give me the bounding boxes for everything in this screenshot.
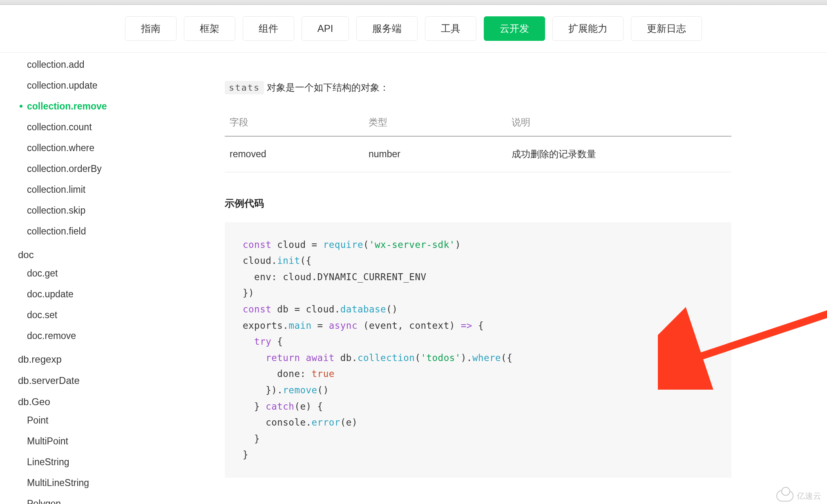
tab-extensions[interactable]: 扩展能力 xyxy=(552,16,624,41)
sidebar-item-doc-set[interactable]: doc.set xyxy=(18,305,147,326)
sidebar-item-collection-where[interactable]: collection.where xyxy=(18,138,147,158)
window-top-strip xyxy=(0,0,827,5)
cell-field: removed xyxy=(225,136,364,172)
sidebar-item-collection-update[interactable]: collection.update xyxy=(18,75,147,96)
top-tab-bar: 指南 框架 组件 API 服务端 工具 云开发 扩展能力 更新日志 xyxy=(0,5,827,53)
sidebar-item-geo-multipoint[interactable]: MultiPoint xyxy=(18,431,147,452)
sidebar-nav: collection.add collection.update collect… xyxy=(0,53,147,504)
stats-code-chip: stats xyxy=(225,81,264,94)
sidebar-item-geo-polygon[interactable]: Polygon xyxy=(18,493,147,504)
sidebar-item-db-serverdate[interactable]: db.serverDate xyxy=(18,368,147,389)
example-code-block: const cloud = require('wx-server-sdk') c… xyxy=(225,222,731,478)
sidebar-group-doc[interactable]: doc xyxy=(18,242,147,263)
sidebar-item-geo-point[interactable]: Point xyxy=(18,410,147,431)
cell-type: number xyxy=(364,136,507,172)
sidebar-item-db-regexp[interactable]: db.regexp xyxy=(18,346,147,368)
params-table: 字段 类型 说明 removed number 成功删除的记录数量 xyxy=(225,109,731,172)
tab-api[interactable]: API xyxy=(302,16,349,41)
sidebar-item-collection-remove[interactable]: collection.remove xyxy=(18,96,147,117)
col-type: 类型 xyxy=(364,109,507,136)
sidebar-item-collection-limit[interactable]: collection.limit xyxy=(18,179,147,200)
col-field: 字段 xyxy=(225,109,364,136)
sidebar-item-collection-add[interactable]: collection.add xyxy=(18,54,147,75)
tab-component[interactable]: 组件 xyxy=(243,16,294,41)
tab-tools[interactable]: 工具 xyxy=(425,16,476,41)
sidebar-item-collection-skip[interactable]: collection.skip xyxy=(18,200,147,221)
tab-guide[interactable]: 指南 xyxy=(125,16,177,41)
sidebar-item-collection-count[interactable]: collection.count xyxy=(18,117,147,138)
stats-description: stats 对象是一个如下结构的对象： xyxy=(225,81,802,94)
col-desc: 说明 xyxy=(507,109,731,136)
sidebar-item-geo-linestring[interactable]: LineString xyxy=(18,452,147,473)
sidebar-item-collection-field[interactable]: collection.field xyxy=(18,221,147,242)
sidebar-item-doc-update[interactable]: doc.update xyxy=(18,284,147,305)
tab-changelog[interactable]: 更新日志 xyxy=(631,16,702,41)
stats-desc-text: 对象是一个如下结构的对象： xyxy=(264,82,389,93)
tab-server[interactable]: 服务端 xyxy=(356,16,418,41)
example-code-heading: 示例代码 xyxy=(225,197,802,210)
sidebar-item-geo-multilinestring[interactable]: MultiLineString xyxy=(18,473,147,493)
table-row: removed number 成功删除的记录数量 xyxy=(225,136,731,172)
sidebar-group-db-geo[interactable]: db.Geo xyxy=(18,389,147,410)
tab-framework[interactable]: 框架 xyxy=(184,16,235,41)
sidebar-item-doc-get[interactable]: doc.get xyxy=(18,263,147,284)
tab-cloud-dev[interactable]: 云开发 xyxy=(484,16,545,41)
cell-desc: 成功删除的记录数量 xyxy=(507,136,731,172)
sidebar-item-doc-remove[interactable]: doc.remove xyxy=(18,326,147,346)
sidebar-item-collection-orderby[interactable]: collection.orderBy xyxy=(18,158,147,179)
doc-content: stats 对象是一个如下结构的对象： 字段 类型 说明 removed num… xyxy=(147,53,827,504)
